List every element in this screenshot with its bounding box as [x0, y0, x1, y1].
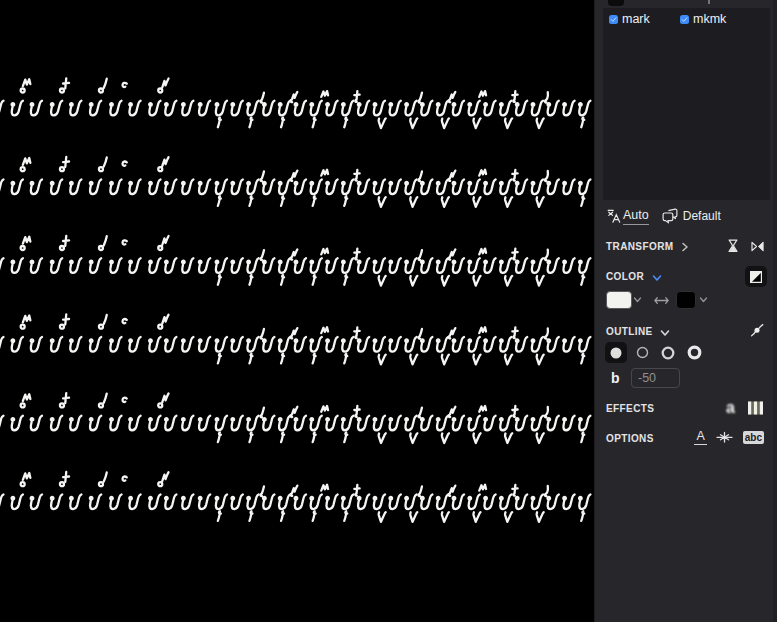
color-swatch-row [606, 291, 708, 309]
chevron-down-icon [652, 274, 662, 282]
effects-title: EFFECTS [606, 403, 654, 414]
transform-icons [728, 239, 764, 253]
outline-icons [750, 323, 764, 337]
script-auto-label: Auto [623, 208, 649, 225]
outline-title: OUTLINE [606, 326, 653, 337]
options-section-header[interactable]: OPTIONS A abc [606, 433, 764, 449]
transform-title: TRANSFORM [606, 241, 673, 252]
outline-style-medium[interactable] [655, 342, 681, 363]
outline-style-filled[interactable] [605, 342, 627, 363]
mark-feature-label: mark [622, 11, 650, 28]
boldness-input[interactable] [631, 368, 680, 388]
blur-icon[interactable]: a [726, 399, 735, 417]
flip-horizontal-icon[interactable] [751, 241, 764, 252]
hourglass-icon[interactable] [728, 239, 738, 253]
outline-style-thick[interactable] [681, 342, 707, 363]
color-section-header[interactable]: COLOR [606, 271, 764, 287]
boldness-label: b [611, 370, 620, 386]
outline-section-header[interactable]: OUTLINE [606, 326, 764, 342]
mkmk-feature-label: mkmk [693, 11, 726, 28]
translate-icon [607, 209, 621, 223]
chevron-right-icon [681, 242, 689, 252]
clipped-toolbar-tick [708, 0, 710, 4]
strike-star-icon[interactable] [716, 430, 733, 445]
boldness-row: b [611, 368, 680, 388]
chat-bubbles-icon [662, 208, 678, 225]
background-chevron-icon[interactable] [699, 297, 708, 303]
mark-checkbox[interactable] [609, 15, 618, 24]
underline-a-icon[interactable]: A [694, 429, 706, 445]
outline-style-row [605, 342, 707, 363]
abc-box-icon[interactable]: abc [743, 431, 764, 444]
foreground-color-swatch[interactable] [606, 291, 632, 309]
color-title: COLOR [606, 271, 644, 282]
swap-colors-icon [749, 270, 763, 284]
swap-colors-button[interactable] [745, 266, 767, 287]
clipped-toolbar-button[interactable] [608, 0, 624, 6]
options-title: OPTIONS [606, 433, 654, 444]
foreground-chevron-icon[interactable] [633, 297, 642, 303]
language-row: Auto Default [607, 206, 771, 226]
language-selector[interactable]: Default [662, 208, 721, 225]
preview-canvas[interactable] [0, 0, 594, 622]
sidebar-edge-strip [773, 0, 777, 622]
thai-proof-text [0, 0, 594, 622]
effects-section-header[interactable]: EFFECTS a [606, 403, 764, 419]
outline-chevron-down-icon [660, 329, 670, 337]
app-window: mark mkmk Auto [0, 0, 777, 622]
options-icons: A abc [694, 429, 764, 445]
background-color-swatch[interactable] [676, 291, 696, 309]
opentype-feature-list[interactable]: mark mkmk [603, 8, 770, 200]
feature-item-mkmk[interactable]: mkmk [680, 11, 726, 28]
language-default-label: Default [683, 209, 721, 223]
stripes-icon[interactable] [747, 401, 764, 415]
swap-arrow-icon[interactable] [654, 296, 669, 305]
effects-icons: a [726, 399, 764, 417]
transform-section-header[interactable]: TRANSFORM [606, 241, 764, 257]
outline-style-thin[interactable] [629, 342, 655, 363]
settings-sidebar: mark mkmk Auto [594, 0, 777, 622]
node-icon[interactable] [750, 323, 764, 337]
script-selector[interactable]: Auto [607, 208, 649, 225]
feature-item-mark[interactable]: mark [609, 11, 650, 28]
mkmk-checkbox[interactable] [680, 15, 689, 24]
